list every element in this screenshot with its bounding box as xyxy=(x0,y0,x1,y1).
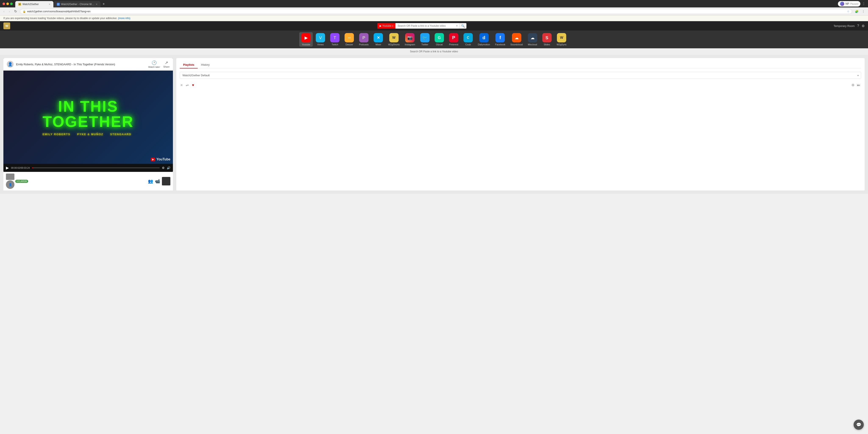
vimeo-icon: V xyxy=(316,33,325,42)
gfycat-icon: G xyxy=(435,33,444,42)
tab-bar: W Watch2Gether × C Watch2Gether - Chrome… xyxy=(15,0,836,7)
back-button[interactable]: ‹ xyxy=(2,9,6,14)
deezer-label: Deezer xyxy=(345,43,353,46)
playlist-settings-button[interactable]: ⚙ xyxy=(850,82,855,88)
youtube-label: Youtube xyxy=(302,43,310,46)
youtube-wordmark: YouTube xyxy=(156,157,170,161)
source-icon-deezer[interactable]: ≡≡ Deezer xyxy=(342,32,356,46)
video-frame: IN THIS TOGETHER EMILY ROBERTS PYKE & MU… xyxy=(3,70,173,164)
source-icon-mixcloud[interactable]: ☁ Mixcloud xyxy=(526,32,539,46)
soundcloud-label: Soundcloud xyxy=(510,43,523,46)
pinterest-icon: P xyxy=(449,33,458,42)
app-settings-button[interactable]: ⚙ xyxy=(862,24,865,28)
artist-2: PYKE & MUÑOZ xyxy=(77,133,103,136)
video-controls-bar: ▶ 00:00:02/00:03:24 ⚙ 🔊 xyxy=(3,164,173,172)
bookmark-button[interactable]: ☆ xyxy=(847,10,849,13)
maximize-button[interactable] xyxy=(10,3,13,5)
search-hint-bar: Search OR Paste a link to a Youtube vide… xyxy=(0,48,868,55)
clock-icon: 🕐 xyxy=(152,60,157,65)
slides-icon: S xyxy=(542,33,552,42)
source-icon-vimeo[interactable]: V Vimeo xyxy=(314,32,327,46)
playlist-favorite-button[interactable]: ♥ xyxy=(191,83,195,88)
source-icons-list: ▶ Youtube V Vimeo T Twitch ≡≡ Deezer xyxy=(299,32,569,46)
more-button[interactable]: ⋮ xyxy=(861,9,866,14)
progress-bar[interactable] xyxy=(32,167,160,168)
tab-favicon-2: C xyxy=(57,3,60,6)
source-icon-twitter[interactable]: 🐦 Twitter xyxy=(418,32,432,46)
minimize-button[interactable] xyxy=(6,3,9,5)
video-settings-button[interactable]: ⚙ xyxy=(162,166,165,169)
podcasts-icon: P xyxy=(359,33,369,42)
search-clear-button[interactable]: × xyxy=(455,24,459,28)
refresh-button[interactable]: ↻ xyxy=(13,9,18,14)
video-text-line1: IN THIS xyxy=(42,99,134,114)
search-input[interactable] xyxy=(396,23,455,29)
mixcloud-label: Mixcloud xyxy=(528,43,537,46)
search-source-selector[interactable]: ▶ Youtube ▾ xyxy=(377,23,396,29)
playlist-skip-button[interactable]: ⏭ xyxy=(856,82,861,88)
tab-close-active[interactable]: × xyxy=(49,3,51,6)
browser-extensions: 🧩 ⋮ xyxy=(854,9,866,14)
close-button[interactable] xyxy=(3,3,5,5)
active-tab[interactable]: W Watch2Gether × xyxy=(15,1,53,7)
source-icon-facebook[interactable]: f Facebook xyxy=(493,32,507,46)
search-go-button[interactable]: 🔍 xyxy=(459,23,466,29)
twitch-icon: T xyxy=(330,33,340,42)
artist-1: EMILY ROBERTS xyxy=(42,133,70,136)
room-name: Temporary Room xyxy=(833,24,855,28)
source-icon-youtube[interactable]: ▶ Youtube xyxy=(299,32,313,46)
source-icon-mixer[interactable]: ✕ Mixer xyxy=(371,32,385,46)
user-label: UCLAREM xyxy=(15,180,28,183)
source-icon-pinterest[interactable]: P Pinterest xyxy=(447,32,461,46)
source-icon-twitch[interactable]: T Twitch xyxy=(328,32,342,46)
camera-button[interactable]: 📹 xyxy=(155,179,160,184)
tab-playlists[interactable]: Playlists xyxy=(180,61,198,68)
instagram-icon: 📷 xyxy=(405,33,414,42)
browser-menu-button[interactable]: ⋮ xyxy=(861,1,866,6)
profile-pill[interactable]: NP Paused xyxy=(838,1,860,6)
source-icon-slides[interactable]: S Slides xyxy=(540,32,554,46)
search-source-label: Youtube xyxy=(382,24,392,27)
play-button[interactable]: ▶ xyxy=(6,165,9,170)
source-icon-soundcloud[interactable]: ☁ Soundcloud xyxy=(508,32,525,46)
forward-button[interactable]: › xyxy=(7,9,11,14)
coub-icon: C xyxy=(463,33,473,42)
header-right: Temporary Room ? ⚙ xyxy=(833,24,865,28)
playlist-list-button[interactable]: ≡ xyxy=(180,83,183,88)
warning-link[interactable]: (more info) xyxy=(118,17,130,20)
tab-history[interactable]: History xyxy=(198,61,213,68)
source-icon-instagram[interactable]: 📷 Instagram xyxy=(403,32,417,46)
source-icon-dailymotion[interactable]: d Dailymotion xyxy=(476,32,492,46)
share-button[interactable]: ↗ Share xyxy=(163,60,169,68)
warning-bar: If you are experiencing issues loading Y… xyxy=(0,16,868,21)
profile-label: NP xyxy=(845,2,849,5)
video-preview-thumbnail xyxy=(162,177,170,185)
source-icon-w2gshorts[interactable]: W W2gShorts xyxy=(386,32,402,46)
facebook-label: Facebook xyxy=(495,43,505,46)
new-tab-button[interactable]: + xyxy=(101,1,106,7)
volume-button[interactable]: 🔊 xyxy=(167,166,170,169)
address-bar[interactable]: 🔒 watch2gether.com/rooms/8oeasnod4pdrhh8… xyxy=(20,9,852,14)
inactive-tab[interactable]: C Watch2Gether - Chrome Web S... × xyxy=(54,1,100,7)
soundcloud-icon: ☁ xyxy=(512,33,521,42)
twitter-icon: 🐦 xyxy=(420,33,430,42)
coub-label: Coub xyxy=(465,43,471,46)
source-icon-podcasts[interactable]: P Podcasts xyxy=(357,32,371,46)
w2gshorts-icon: W xyxy=(389,33,399,42)
playlist-select-wrapper: Watch2Gether Default xyxy=(180,72,861,79)
playlist-action-right: ⚙ ⏭ xyxy=(850,82,861,88)
help-button[interactable]: ? xyxy=(857,24,859,28)
browser-window: W Watch2Gether × C Watch2Gether - Chrome… xyxy=(0,0,868,7)
playlist-shuffle-button[interactable]: ⇌ xyxy=(185,82,189,88)
video-container: 👤 Emily Roberts, Pyke & Muñoz, STENGAARD… xyxy=(3,58,173,172)
add-user-button[interactable]: 👥 xyxy=(148,179,153,184)
source-icon-coub[interactable]: C Coub xyxy=(461,32,475,46)
source-icon-gfycat[interactable]: G Gfycat xyxy=(433,32,446,46)
source-icon-w2gsync[interactable]: W W2gSync xyxy=(555,32,569,46)
current-time: 00:00:02 xyxy=(11,166,20,169)
tab-close-2[interactable]: × xyxy=(96,3,97,6)
watch-later-button[interactable]: 🕐 Watch later xyxy=(148,60,160,68)
extensions-button[interactable]: 🧩 xyxy=(854,9,860,14)
youtube-play-icon: ▶ xyxy=(379,24,381,27)
playlist-select[interactable]: Watch2Gether Default xyxy=(180,72,861,79)
